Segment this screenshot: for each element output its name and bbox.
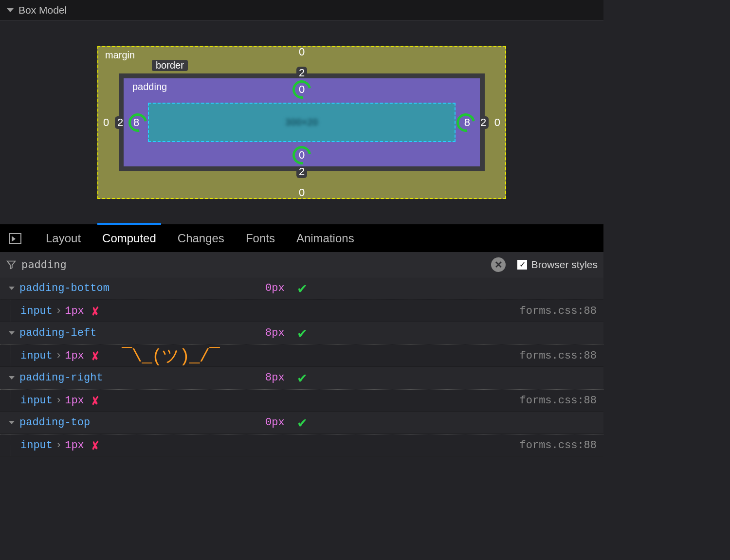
clear-filter-button[interactable]: ✕ <box>491 257 506 272</box>
section-title: Box Model <box>18 4 67 16</box>
circle-annotation-icon <box>453 109 479 135</box>
tab-animations[interactable]: Animations <box>296 232 354 245</box>
caret-right-icon: › <box>55 439 62 452</box>
property-value: 8px <box>265 327 285 339</box>
chevron-down-icon <box>9 421 15 424</box>
filter-icon <box>6 259 17 270</box>
override-selector: input <box>20 395 53 407</box>
override-value: 1px <box>65 305 84 317</box>
margin-right-value[interactable]: 0 <box>494 116 500 129</box>
panel-toggle-icon[interactable] <box>9 233 21 244</box>
content-dimensions-blurred: 300×20 <box>285 117 318 128</box>
checkmark-annotation-icon: ✔ <box>298 369 307 387</box>
computed-properties-list: padding-bottom0px✔input›1px✘forms.css:88… <box>0 277 603 456</box>
filter-input[interactable] <box>21 258 486 271</box>
property-value: 0px <box>265 416 285 429</box>
chevron-down-icon <box>9 287 15 290</box>
override-selector: input <box>20 305 53 317</box>
border-top-value[interactable]: 2 <box>296 67 307 79</box>
margin-left-value[interactable]: 0 <box>103 116 109 129</box>
box-model-margin[interactable]: margin 0 0 0 0 border 2 2 2 2 padding 0 … <box>97 46 506 199</box>
chevron-down-icon <box>9 376 15 379</box>
override-source[interactable]: forms.css:88 <box>520 350 597 362</box>
browser-styles-label: Browser styles <box>531 259 598 271</box>
x-annotation-icon: ✘ <box>92 436 99 454</box>
property-override-row[interactable]: input›1px✘forms.css:88 <box>0 434 603 456</box>
property-override-row[interactable]: input›1px✘¯\_(ツ)_/¯forms.css:88 <box>0 344 603 367</box>
inspector-tabs: Layout Computed Changes Fonts Animations <box>0 225 603 252</box>
tab-computed[interactable]: Computed <box>102 232 156 245</box>
circle-annotation-icon <box>125 109 151 135</box>
property-value: 0px <box>265 282 285 294</box>
override-value: 1px <box>65 395 84 407</box>
shrug-annotation: ¯\_(ツ)_/¯ <box>122 344 219 368</box>
circle-annotation-icon <box>289 77 315 103</box>
override-value: 1px <box>65 439 84 452</box>
border-bottom-value[interactable]: 2 <box>296 165 307 178</box>
box-model-border[interactable]: border 2 2 2 2 padding 0 0 8 8 300×20 <box>119 73 485 171</box>
border-label: border <box>152 60 188 71</box>
chevron-down-icon <box>9 331 15 335</box>
chevron-down-icon <box>7 8 14 12</box>
box-model-padding[interactable]: padding 0 0 8 8 300×20 <box>124 78 480 166</box>
checkmark-annotation-icon: ✔ <box>298 414 307 432</box>
override-selector: input <box>20 439 53 452</box>
x-annotation-icon: ✘ <box>92 347 99 365</box>
property-row[interactable]: padding-bottom0px✔ <box>0 277 603 300</box>
margin-label: margin <box>105 50 135 61</box>
x-annotation-icon: ✘ <box>92 302 99 320</box>
margin-bottom-value[interactable]: 0 <box>299 186 305 199</box>
checkmark-annotation-icon: ✔ <box>298 279 307 297</box>
override-source[interactable]: forms.css:88 <box>520 305 597 317</box>
override-source[interactable]: forms.css:88 <box>520 439 597 452</box>
property-name: padding-top <box>19 416 90 429</box>
tab-changes[interactable]: Changes <box>178 232 224 245</box>
circle-annotation-icon <box>289 143 315 168</box>
property-override-row[interactable]: input›1px✘forms.css:88 <box>0 389 603 412</box>
property-name: padding-right <box>19 372 103 384</box>
caret-right-icon: › <box>55 350 62 362</box>
box-model-diagram: margin 0 0 0 0 border 2 2 2 2 padding 0 … <box>0 20 603 225</box>
property-row[interactable]: padding-top0px✔ <box>0 412 603 434</box>
override-value: 1px <box>65 350 84 362</box>
property-value: 8px <box>265 372 285 384</box>
margin-top-value[interactable]: 0 <box>299 46 305 58</box>
tab-fonts[interactable]: Fonts <box>246 232 275 245</box>
box-model-header[interactable]: Box Model <box>0 0 603 20</box>
caret-right-icon: › <box>55 395 62 407</box>
checkmark-annotation-icon: ✔ <box>298 324 307 342</box>
x-annotation-icon: ✘ <box>92 392 99 410</box>
filter-bar: ✕ ✓ Browser styles <box>0 252 603 277</box>
browser-styles-toggle[interactable]: ✓ Browser styles <box>517 259 598 271</box>
property-name: padding-left <box>19 327 96 339</box>
override-selector: input <box>20 350 53 362</box>
property-row[interactable]: padding-right8px✔ <box>0 367 603 389</box>
property-name: padding-bottom <box>19 282 110 294</box>
checkbox-checked-icon: ✓ <box>517 260 527 270</box>
padding-label: padding <box>132 81 167 92</box>
property-row[interactable]: padding-left8px✔ <box>0 322 603 344</box>
property-override-row[interactable]: input›1px✘forms.css:88 <box>0 300 603 322</box>
override-source[interactable]: forms.css:88 <box>520 395 597 407</box>
tab-layout[interactable]: Layout <box>46 232 81 245</box>
caret-right-icon: › <box>55 305 62 317</box>
box-model-content[interactable]: 300×20 <box>148 103 456 142</box>
